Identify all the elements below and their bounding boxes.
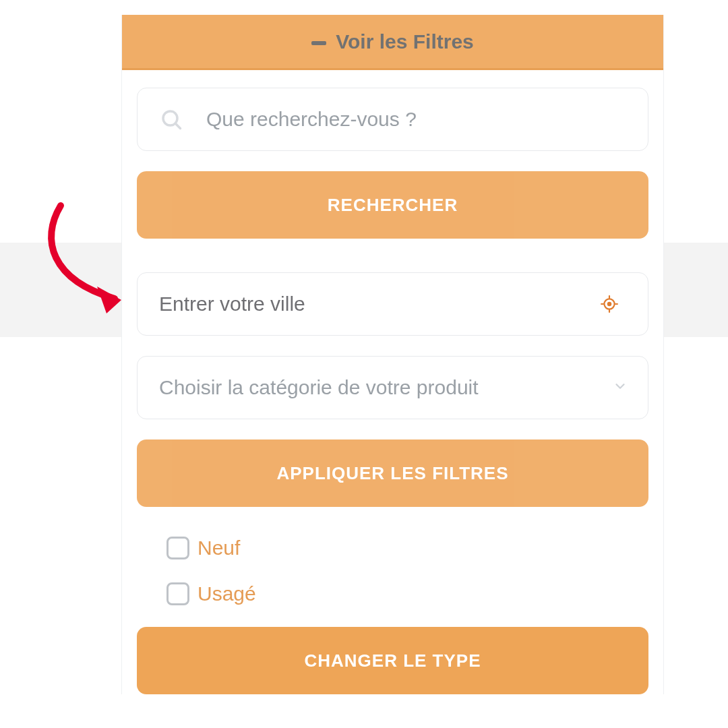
category-placeholder: Choisir la catégorie de votre produit [159, 376, 479, 399]
search-placeholder: Que recherchez-vous ? [206, 108, 417, 131]
search-icon [159, 107, 183, 131]
city-placeholder: Entrer votre ville [159, 293, 305, 315]
condition-new[interactable]: Neuf [166, 537, 639, 559]
filters-header-title: Voir les Filtres [336, 30, 474, 53]
change-type-label: CHANGER LE TYPE [304, 650, 481, 671]
locate-icon[interactable] [601, 295, 618, 313]
checkbox-icon[interactable] [166, 537, 189, 559]
condition-new-label: Neuf [198, 537, 240, 559]
svg-line-1 [175, 123, 180, 128]
condition-options: Neuf Usagé [137, 527, 648, 607]
collapse-icon [311, 41, 326, 45]
apply-filters-button[interactable]: APPLIQUER LES FILTRES [137, 439, 648, 507]
category-select[interactable]: Choisir la catégorie de votre produit [137, 356, 648, 419]
change-type-button[interactable]: CHANGER LE TYPE [137, 627, 648, 694]
search-button[interactable]: RECHERCHER [137, 171, 648, 239]
filters-header[interactable]: Voir les Filtres [122, 15, 663, 70]
filters-panel: Voir les Filtres Que recherchez-vous ? R… [121, 15, 664, 694]
checkbox-icon[interactable] [166, 582, 189, 605]
search-button-label: RECHERCHER [328, 195, 458, 216]
search-input[interactable]: Que recherchez-vous ? [137, 88, 648, 151]
condition-used[interactable]: Usagé [166, 582, 639, 605]
filters-content: Que recherchez-vous ? RECHERCHER Entrer … [122, 70, 663, 694]
chevron-down-icon [613, 379, 628, 396]
condition-used-label: Usagé [198, 582, 256, 605]
svg-point-3 [608, 303, 611, 305]
apply-filters-label: APPLIQUER LES FILTRES [276, 463, 508, 484]
city-input[interactable]: Entrer votre ville [137, 272, 648, 336]
